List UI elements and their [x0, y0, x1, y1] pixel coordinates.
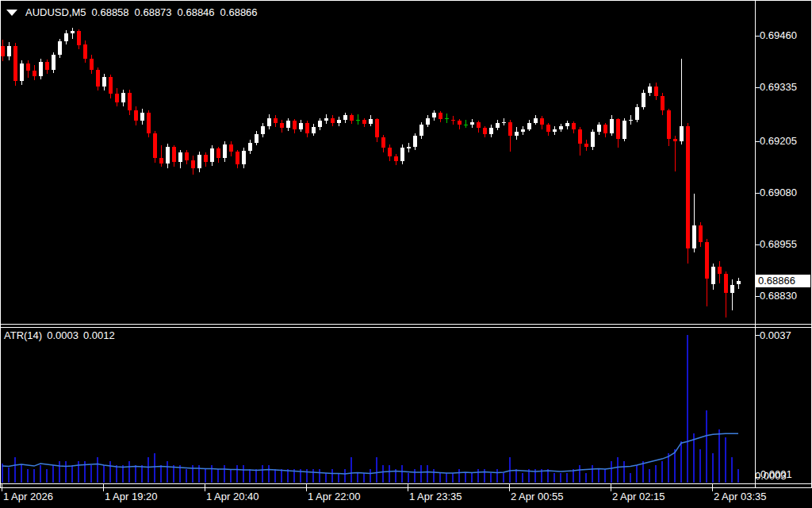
high-value: 0.68873 — [135, 6, 172, 18]
close-value: 0.68866 — [220, 6, 258, 18]
indicator-name: ATR(14) — [4, 329, 42, 341]
chart-header: AUDUSD,M5 0.68858 0.68873 0.68846 0.6886… — [6, 6, 258, 18]
price-tick-label: 0.69335 — [760, 81, 797, 93]
main-chart-pane[interactable] — [1, 1, 755, 324]
time-tick-label: 2 Apr 02:15 — [612, 491, 665, 502]
time-tick-label: 1 Apr 2026 — [3, 491, 53, 502]
price-tick-label: 0.69460 — [760, 29, 797, 41]
indicator-label: ATR(14) 0.0003 0.0012 — [4, 329, 115, 341]
atr-indicator-pane[interactable] — [1, 328, 755, 483]
time-tick-label: 1 Apr 22:00 — [308, 491, 361, 502]
indicator-value-2: 0.0012 — [83, 329, 115, 341]
indicator-value-1: 0.0003 — [47, 329, 79, 341]
atr-axis-min-label: 0.0001 — [760, 468, 792, 480]
time-tick-label: 1 Apr 23:35 — [409, 491, 462, 502]
open-value: 0.68858 — [92, 6, 129, 18]
price-tick-label: 0.69205 — [760, 135, 797, 147]
atr-axis-max-label: 0.0037 — [760, 329, 791, 341]
chart-window: AUDUSD,M5 0.68858 0.68873 0.68846 0.6886… — [0, 0, 812, 508]
price-tick-label: 0.69080 — [760, 187, 797, 198]
symbol-dropdown-icon[interactable] — [6, 10, 17, 16]
symbol-period-label: AUDUSD,M5 — [25, 6, 86, 18]
time-tick-label: 2 Apr 00:55 — [511, 491, 564, 502]
pane-splitter[interactable] — [0, 325, 812, 327]
low-value: 0.68846 — [178, 6, 215, 18]
time-tick-label: 2 Apr 03:35 — [714, 491, 767, 502]
time-tick-label: 1 Apr 19:20 — [105, 491, 158, 502]
time-tick-label: 1 Apr 20:40 — [206, 491, 259, 502]
price-tick-label: 0.68830 — [760, 290, 797, 302]
current-price-tag: 0.68866 — [756, 275, 810, 287]
price-tick-label: 0.68955 — [760, 238, 797, 250]
